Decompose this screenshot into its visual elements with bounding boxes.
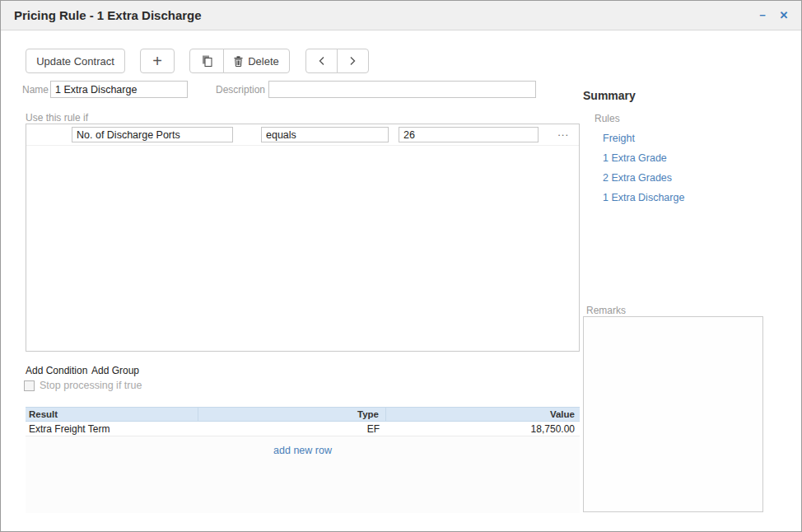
minimize-icon[interactable]: − — [755, 8, 770, 23]
result-cell[interactable]: Extra Freight Term — [26, 423, 198, 435]
add-new-row-wrap: add new row — [26, 440, 580, 461]
conditions-panel: ... — [26, 124, 580, 352]
nav-group — [305, 49, 369, 73]
stop-processing-label: Stop processing if true — [40, 380, 142, 391]
next-button[interactable] — [337, 49, 369, 73]
chevron-right-icon — [349, 55, 357, 67]
add-new-row-link[interactable]: add new row — [273, 445, 332, 456]
use-this-rule-if-label: Use this rule if — [26, 112, 88, 124]
summary-title: Summary — [583, 89, 636, 102]
description-label: Description — [216, 84, 265, 96]
copy-button[interactable] — [189, 49, 224, 73]
add-group-link[interactable]: Add Group — [91, 365, 139, 376]
condition-more-button[interactable]: ... — [557, 126, 569, 138]
rule-link-1-extra-discharge[interactable]: 1 Extra Discharge — [603, 192, 684, 203]
value-column-header: Value — [386, 408, 580, 421]
name-input[interactable] — [50, 81, 188, 98]
table-row[interactable]: Extra Freight Term EF 18,750.00 — [26, 422, 580, 436]
plus-icon: + — [152, 53, 162, 69]
copy-delete-group: Delete — [189, 49, 290, 73]
add-rule-button[interactable]: + — [140, 49, 175, 73]
condition-value-input[interactable] — [399, 127, 539, 142]
stop-processing-checkbox[interactable] — [24, 380, 35, 391]
name-label: Name — [22, 84, 49, 96]
trash-icon — [234, 56, 243, 67]
value-cell[interactable]: 18,750.00 — [386, 423, 580, 435]
type-cell[interactable]: EF — [198, 423, 386, 435]
delete-label: Delete — [248, 55, 279, 68]
pricing-rule-window: Pricing Rule - 1 Extra Discharge − ✕ Upd… — [0, 0, 802, 532]
add-condition-link[interactable]: Add Condition — [26, 365, 87, 376]
update-contract-button[interactable]: Update Contract — [26, 49, 125, 73]
window-title: Pricing Rule - 1 Extra Discharge — [14, 8, 202, 22]
previous-button[interactable] — [305, 49, 338, 73]
type-column-header: Type — [198, 408, 386, 421]
condition-field-input[interactable] — [72, 127, 233, 142]
condition-row: ... — [26, 124, 579, 146]
close-icon[interactable]: ✕ — [776, 8, 791, 23]
rules-label: Rules — [595, 113, 620, 124]
description-input[interactable] — [268, 81, 536, 98]
remarks-label: Remarks — [586, 305, 626, 316]
results-panel: Result Type Value Extra Freight Term EF … — [26, 407, 580, 513]
title-bar: Pricing Rule - 1 Extra Discharge − ✕ — [1, 1, 801, 30]
copy-icon — [202, 55, 212, 67]
remarks-box[interactable] — [583, 316, 763, 512]
delete-button[interactable]: Delete — [223, 49, 290, 73]
results-table-header: Result Type Value — [26, 407, 580, 422]
window-controls: − ✕ — [755, 8, 791, 23]
condition-operator-input[interactable] — [261, 127, 389, 142]
rule-link-freight[interactable]: Freight — [603, 133, 635, 144]
rule-link-1-extra-grade[interactable]: 1 Extra Grade — [603, 152, 667, 164]
chevron-left-icon — [318, 55, 325, 67]
rule-link-2-extra-grades[interactable]: 2 Extra Grades — [603, 172, 672, 184]
result-column-header: Result — [26, 408, 198, 421]
